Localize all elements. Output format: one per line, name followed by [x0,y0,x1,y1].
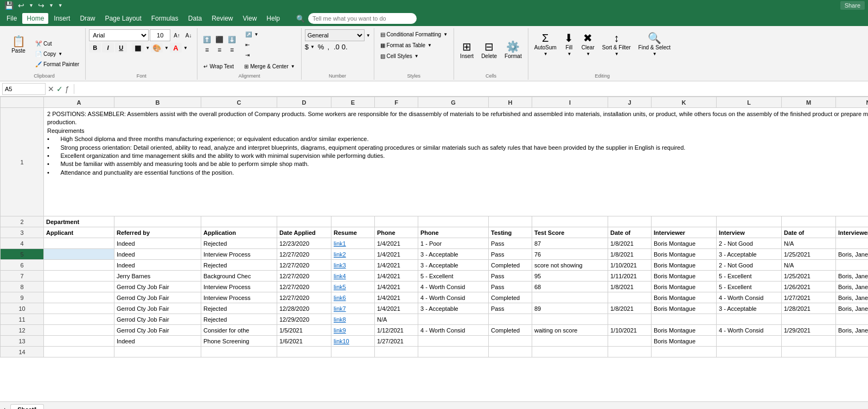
cell-M5[interactable]: 1/25/2021 [782,249,836,260]
cell-D4[interactable]: 12/23/2020 [277,238,331,249]
cell-H6[interactable]: Completed [489,260,532,271]
col-header-A[interactable]: A [44,97,114,108]
cell-L14[interactable] [717,347,782,357]
cell-N6[interactable] [836,260,869,271]
row-header-3[interactable]: 3 [1,227,44,238]
cell-G9[interactable]: 4 - Worth Consid [418,292,489,303]
col-header-E[interactable]: E [331,97,375,108]
cell-N11[interactable] [836,314,869,325]
cell-H8[interactable]: Pass [489,282,532,292]
wrap-text-button[interactable]: ↵ Wrap Text [201,61,237,71]
cell-D2[interactable] [277,216,331,227]
cell-A12[interactable] [44,325,114,336]
cell-M3[interactable]: Date of [782,227,836,238]
cell-I8[interactable]: 68 [532,282,608,292]
redo-dropdown-icon[interactable]: ▼ [48,3,55,8]
cell-N14[interactable] [836,347,869,357]
decrease-font-button[interactable]: A↓ [183,30,194,40]
italic-button[interactable]: I [102,43,114,53]
font-size-input[interactable] [150,29,170,41]
cell-E5[interactable]: link2 [331,249,375,260]
redo-icon[interactable]: ↪ [37,1,46,10]
cell-N12[interactable]: Boris, Jane Dobs [836,325,869,336]
cell-G8[interactable]: 4 - Worth Consid [418,282,489,292]
cell-H14[interactable] [489,347,532,357]
cell-C6[interactable]: Rejected [201,260,277,271]
cell-J3[interactable]: Date of [608,227,652,238]
cell-H13[interactable] [489,336,532,347]
cell-A8[interactable] [44,282,114,292]
undo-icon[interactable]: ↩ [17,1,25,10]
cell-L11[interactable] [717,314,782,325]
cell-C3[interactable]: Application [201,227,277,238]
cell-L10[interactable]: 3 - Acceptable [717,303,782,314]
align-middle-button[interactable]: ⬛ [213,35,225,44]
cell-L6[interactable]: 2 - Not Good [717,260,782,271]
cell-M13[interactable] [782,336,836,347]
cell-G13[interactable] [418,336,489,347]
cell-D3[interactable]: Date Applied [277,227,331,238]
row-header-7[interactable]: 7 [1,271,44,282]
cell-D8[interactable]: 12/27/2020 [277,282,331,292]
corner-header[interactable] [1,97,44,108]
cell-L2[interactable] [717,216,782,227]
cell-H4[interactable]: Pass [489,238,532,249]
cell-F6[interactable]: 1/4/2021 [375,260,418,271]
cell-E10[interactable]: link7 [331,303,375,314]
cut-button[interactable]: ✂️ Cut [33,39,82,49]
cell-I14[interactable] [532,347,608,357]
cell-H3[interactable]: Testing [489,227,532,238]
cell-K7[interactable]: Boris Montague [652,271,717,282]
cell-C8[interactable]: Interview Process [201,282,277,292]
search-input[interactable] [308,13,417,24]
col-header-H[interactable]: H [489,97,532,108]
cell-C5[interactable]: Interview Process [201,249,277,260]
cell-D5[interactable]: 12/27/2020 [277,249,331,260]
cell-N7[interactable]: Boris, Jane Dobs [836,271,869,282]
increase-font-button[interactable]: A↑ [171,30,182,40]
cell-B9[interactable]: Gerrod Cty Job Fair [114,292,201,303]
borders-dropdown-icon[interactable]: ▼ [145,46,150,50]
cell-H12[interactable]: Completed [489,325,532,336]
share-button[interactable]: Share [840,1,865,10]
insert-button[interactable]: ⊞ Insert [457,35,476,66]
cell-A10[interactable] [44,303,114,314]
cell-F8[interactable]: 1/4/2021 [375,282,418,292]
fill-color-button[interactable]: 🎨 [151,43,163,53]
cell-C13[interactable]: Phone Screening [201,336,277,347]
cell-B3[interactable]: Referred by [114,227,201,238]
cell-B12[interactable]: Gerrod Cty Job Fair [114,325,201,336]
cell-H9[interactable]: Completed [489,292,532,303]
cell-L8[interactable]: 5 - Excellent [717,282,782,292]
cell-N2[interactable] [836,216,869,227]
cell-I4[interactable]: 87 [532,238,608,249]
align-right-button[interactable]: ≡ [226,45,238,55]
cell-H2[interactable] [489,216,532,227]
cell-D12[interactable]: 1/5/2021 [277,325,331,336]
cell-C9[interactable]: Interview Process [201,292,277,303]
cell-F13[interactable]: 1/27/2021 [375,336,418,347]
row-header-12[interactable]: 12 [1,325,44,336]
fill-color-dropdown-icon[interactable]: ▼ [164,46,169,50]
menu-insert[interactable]: Insert [49,13,74,24]
cell-I12[interactable]: waiting on score [532,325,608,336]
cell-B13[interactable]: Indeed [114,336,201,347]
cell-B8[interactable]: Gerrod Cty Job Fair [114,282,201,292]
cell-G12[interactable]: 4 - Worth Consid [418,325,489,336]
menu-view[interactable]: View [239,13,261,24]
cell-M4[interactable]: N/A [782,238,836,249]
cell-C2[interactable] [201,216,277,227]
cell-M11[interactable] [782,314,836,325]
delete-button[interactable]: ⊟ Delete [478,35,500,66]
cell-A4[interactable] [44,238,114,249]
cell-E2[interactable] [331,216,375,227]
cell-A2[interactable]: Department [44,216,114,227]
indent-increase-button[interactable]: ⇥ [242,50,261,60]
cell-B5[interactable]: Indeed [114,249,201,260]
undo-dropdown-icon[interactable]: ▼ [28,3,35,8]
cell-G5[interactable]: 3 - Acceptable [418,249,489,260]
cell-J2[interactable] [608,216,652,227]
cell-G14[interactable] [418,347,489,357]
cell-styles-button[interactable]: ▨ Cell Styles ▼ [378,51,451,61]
cell-L3[interactable]: Interview [717,227,782,238]
